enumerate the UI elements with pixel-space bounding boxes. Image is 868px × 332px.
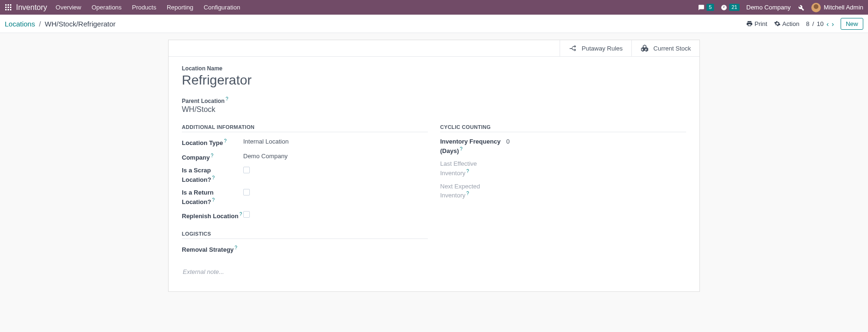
svg-rect-4 (8, 7, 9, 8)
breadcrumb-sep: / (39, 20, 41, 28)
debug-icon[interactable] (797, 4, 805, 11)
chat-icon (698, 4, 705, 11)
avatar (811, 3, 821, 12)
control-panel: Locations / WH/Stock/Refrigerator Print … (0, 15, 868, 33)
location-type-label: Location Type (182, 140, 223, 147)
help-icon[interactable]: ? (239, 212, 242, 217)
menu-configuration[interactable]: Configuration (204, 0, 240, 15)
scrap-label: Is a Scrap Location? (182, 167, 211, 183)
svg-rect-2 (10, 4, 11, 6)
location-type-field[interactable]: Internal Location (243, 138, 289, 145)
breadcrumb-root[interactable]: Locations (5, 20, 35, 28)
putaway-rules-button[interactable]: Putaway Rules (560, 40, 631, 56)
action-button[interactable]: Action (774, 20, 800, 27)
form-sheet: Putaway Rules Current Stock Location Nam… (168, 40, 700, 292)
gear-icon (774, 20, 781, 27)
stat-bar: Putaway Rules Current Stock (169, 40, 699, 57)
breadcrumb: Locations / WH/Stock/Refrigerator (5, 20, 116, 28)
main-menu: Overview Operations Products Reporting C… (56, 0, 240, 15)
menu-operations[interactable]: Operations (92, 0, 122, 15)
return-label: Is a Return Location? (182, 189, 213, 205)
company-switcher[interactable]: Demo Company (746, 0, 791, 15)
section-logistics: LOGISTICS (182, 231, 428, 239)
activities-button[interactable]: 21 (721, 4, 740, 11)
app-name[interactable]: Inventory (16, 0, 47, 15)
print-icon (746, 20, 753, 27)
svg-rect-1 (8, 4, 9, 6)
messages-button[interactable]: 5 (698, 4, 714, 11)
help-icon[interactable]: ? (466, 191, 469, 196)
svg-rect-3 (5, 7, 7, 8)
inventory-frequency-field[interactable]: 0 (506, 138, 510, 145)
external-note-field[interactable]: External note... (182, 266, 686, 277)
company-label: Company (182, 154, 210, 161)
pager-next[interactable]: › (832, 20, 834, 28)
inventory-frequency-label: Inventory Frequency (Days) (440, 138, 501, 154)
pager-total: 10 (817, 20, 824, 27)
last-inventory-label: Last Effective Inventory (440, 160, 477, 177)
putaway-label: Putaway Rules (582, 45, 623, 52)
shuffle-icon (569, 44, 577, 52)
systray: 5 21 Demo Company Mitchell Admin (698, 0, 863, 15)
topbar: Inventory Overview Operations Products R… (0, 0, 868, 15)
replenish-checkbox[interactable] (243, 211, 250, 218)
location-name-label: Location Name (182, 65, 686, 72)
help-icon[interactable]: ? (235, 245, 238, 250)
help-icon[interactable]: ? (466, 169, 469, 174)
help-icon[interactable]: ? (211, 153, 213, 158)
next-inventory-label: Next Expected Inventory (440, 183, 480, 199)
return-checkbox[interactable] (243, 189, 250, 196)
menu-reporting[interactable]: Reporting (167, 0, 193, 15)
menu-products[interactable]: Products (132, 0, 156, 15)
replenish-label: Replenish Location (182, 213, 238, 220)
section-cyclic-counting: CYCLIC COUNTING (440, 124, 686, 132)
pager-sep: / (812, 20, 814, 27)
help-icon[interactable]: ? (460, 146, 463, 152)
user-name: Mitchell Admin (824, 0, 863, 15)
menu-overview[interactable]: Overview (56, 0, 81, 15)
current-stock-button[interactable]: Current Stock (631, 40, 699, 56)
apps-icon[interactable] (5, 4, 12, 11)
help-icon[interactable]: ? (226, 96, 229, 102)
new-button[interactable]: New (841, 18, 863, 30)
messages-count: 5 (706, 4, 714, 11)
svg-rect-7 (8, 9, 9, 10)
print-label: Print (755, 20, 767, 27)
help-icon[interactable]: ? (212, 175, 215, 180)
scrap-checkbox[interactable] (243, 167, 250, 173)
print-button[interactable]: Print (746, 20, 767, 27)
company-field[interactable]: Demo Company (243, 153, 288, 160)
boxes-icon (640, 44, 649, 52)
pager-prev[interactable]: ‹ (826, 20, 829, 28)
removal-strategy-label: Removal Strategy (182, 247, 234, 254)
pager: 8 / 10 ‹ › (806, 20, 834, 28)
svg-rect-6 (5, 9, 7, 10)
parent-location-field[interactable]: WH/Stock (182, 105, 686, 114)
help-icon[interactable]: ? (212, 197, 215, 203)
svg-rect-8 (10, 9, 11, 10)
section-additional-info: ADDITIONAL INFORMATION (182, 124, 428, 132)
stock-label: Current Stock (654, 45, 691, 52)
svg-rect-0 (5, 4, 7, 6)
location-name-field[interactable]: Refrigerator (182, 73, 686, 88)
help-icon[interactable]: ? (224, 138, 227, 144)
user-menu[interactable]: Mitchell Admin (811, 0, 863, 15)
parent-location-label: Parent Location (182, 98, 225, 104)
pager-pos[interactable]: 8 (806, 20, 809, 27)
activities-count: 21 (729, 4, 740, 11)
svg-rect-5 (10, 7, 11, 8)
action-label: Action (783, 20, 800, 27)
clock-icon (721, 4, 727, 11)
breadcrumb-current: WH/Stock/Refrigerator (45, 20, 116, 28)
